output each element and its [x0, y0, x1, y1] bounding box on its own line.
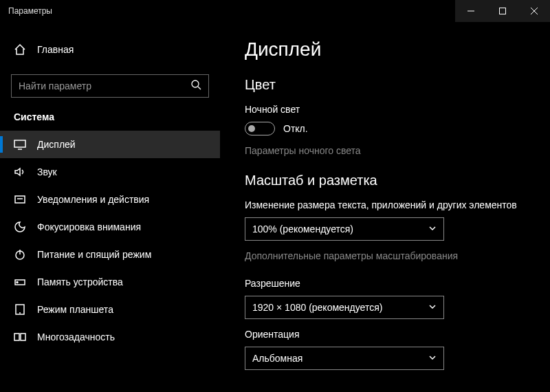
category-label: Система	[0, 111, 220, 122]
multitasking-icon	[14, 331, 26, 343]
nav-focus[interactable]: Фокусировка внимания	[0, 213, 220, 241]
chevron-down-icon	[428, 353, 437, 364]
resolution-value: 1920 × 1080 (рекомендуется)	[252, 302, 382, 313]
scale-label: Изменение размера текста, приложений и д…	[245, 199, 525, 210]
resolution-select[interactable]: 1920 × 1080 (рекомендуется)	[245, 296, 444, 319]
chevron-down-icon	[428, 302, 437, 313]
svg-point-4	[192, 80, 199, 87]
orientation-select[interactable]: Альбомная	[245, 347, 444, 370]
focus-icon	[14, 221, 26, 233]
search-box[interactable]	[11, 74, 209, 98]
search-icon	[190, 79, 201, 93]
home-icon	[14, 43, 26, 56]
storage-icon	[14, 276, 26, 288]
svg-rect-17	[21, 334, 25, 340]
color-section-title: Цвет	[245, 77, 525, 93]
close-button[interactable]	[518, 0, 550, 22]
nav-label: Память устройства	[37, 276, 123, 287]
titlebar: Параметры	[0, 0, 550, 22]
nav-label: Уведомления и действия	[37, 194, 149, 205]
night-light-toggle[interactable]	[245, 122, 275, 135]
main-panel: Дисплей Цвет Ночной свет Откл. Параметры…	[220, 22, 550, 392]
home-nav[interactable]: Главная	[0, 36, 220, 63]
sound-icon	[14, 166, 26, 178]
night-light-label: Ночной свет	[245, 104, 525, 115]
nav-power[interactable]: Питание и спящий режим	[0, 241, 220, 268]
resolution-label: Разрешение	[245, 278, 525, 289]
night-light-settings-link[interactable]: Параметры ночного света	[245, 145, 525, 156]
tablet-icon	[14, 303, 26, 316]
svg-rect-1	[500, 8, 506, 14]
svg-rect-6	[14, 140, 25, 147]
minimize-button[interactable]	[455, 0, 487, 22]
nav-label: Питание и спящий режим	[37, 249, 151, 260]
nav-display[interactable]: Дисплей	[0, 131, 220, 158]
nav-notifications[interactable]: Уведомления и действия	[0, 186, 220, 213]
nav-label: Звук	[37, 166, 57, 177]
night-light-state: Откл.	[283, 123, 308, 134]
scale-select[interactable]: 100% (рекомендуется)	[245, 217, 444, 241]
chevron-down-icon	[428, 224, 437, 235]
notifications-icon	[14, 193, 26, 206]
search-input[interactable]	[19, 80, 190, 91]
advanced-scaling-link[interactable]: Дополнительные параметры масштабирования	[245, 250, 525, 261]
nav-sound[interactable]: Звук	[0, 158, 220, 186]
nav-label: Дисплей	[37, 139, 76, 150]
svg-rect-8	[15, 196, 25, 203]
orientation-label: Ориентация	[245, 329, 525, 340]
home-label: Главная	[37, 44, 74, 55]
window-controls	[455, 0, 550, 22]
svg-rect-16	[14, 334, 19, 340]
orientation-value: Альбомная	[252, 353, 302, 364]
sidebar: Главная Система Дисплей Звук Уведомления…	[0, 22, 220, 392]
display-icon	[14, 138, 26, 151]
nav-label: Режим планшета	[37, 304, 113, 315]
page-title: Дисплей	[245, 39, 525, 61]
nav-label: Фокусировка внимания	[37, 221, 141, 232]
window-title: Параметры	[8, 6, 52, 16]
scale-section-title: Масштаб и разметка	[245, 173, 525, 188]
nav-tablet[interactable]: Режим планшета	[0, 296, 220, 323]
maximize-button[interactable]	[487, 0, 518, 22]
svg-point-13	[16, 282, 18, 283]
scale-value: 100% (рекомендуется)	[252, 224, 353, 235]
svg-line-5	[198, 87, 201, 89]
nav-storage[interactable]: Память устройства	[0, 268, 220, 296]
nav-label: Многозадачность	[37, 331, 115, 342]
nav-multitasking[interactable]: Многозадачность	[0, 323, 220, 351]
power-icon	[14, 248, 26, 261]
